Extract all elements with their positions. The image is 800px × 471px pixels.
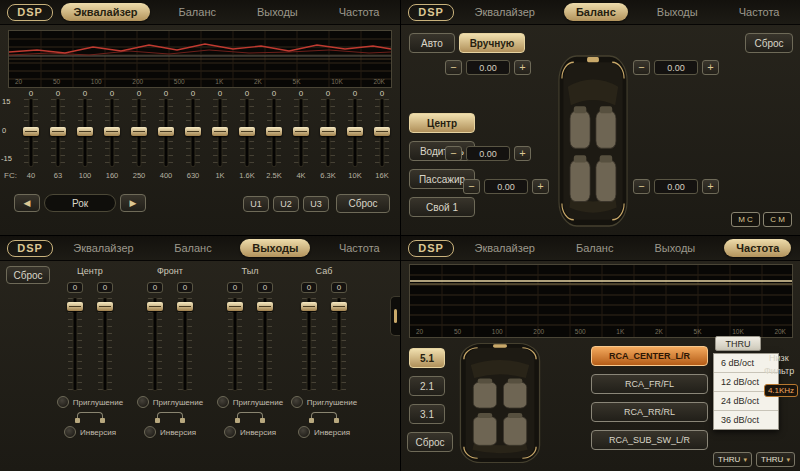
tab-outputs[interactable]: Выходы — [642, 239, 707, 257]
preset-next-button[interactable]: ▶ — [120, 194, 146, 212]
invert-checkbox[interactable] — [144, 426, 156, 438]
mute-checkbox[interactable] — [137, 396, 149, 408]
slider-handle[interactable] — [97, 302, 113, 311]
eq-band-slider[interactable] — [103, 99, 121, 166]
cm-button[interactable]: C M — [763, 212, 792, 227]
eq-reset-button[interactable]: Сброс — [336, 194, 390, 213]
tab-outputs[interactable]: Выходы — [645, 3, 710, 21]
preset-name[interactable]: Рок — [44, 194, 116, 212]
slider-handle[interactable] — [147, 302, 163, 311]
output-slider[interactable] — [300, 298, 318, 390]
link-channels-icon[interactable] — [311, 412, 337, 421]
mute-checkbox[interactable] — [291, 396, 303, 408]
user-preset-3-button[interactable]: U3 — [303, 196, 329, 212]
user-preset-1-button[interactable]: U1 — [243, 196, 269, 212]
user-preset-2-button[interactable]: U2 — [273, 196, 299, 212]
tab-balance[interactable]: Баланс — [167, 3, 228, 21]
eq-band-slider[interactable] — [49, 99, 67, 166]
plus-button[interactable]: + — [532, 179, 549, 194]
tab-outputs[interactable]: Выходы — [240, 239, 310, 257]
mc-button[interactable]: M C — [731, 212, 760, 227]
minus-button[interactable]: − — [445, 146, 462, 161]
position-center-button[interactable]: Центр — [409, 113, 475, 133]
slope-option-36db[interactable]: 36 dB/oct — [714, 411, 778, 429]
mute-checkbox[interactable] — [217, 396, 229, 408]
minus-button[interactable]: − — [633, 60, 650, 75]
tab-frequency[interactable]: Частота — [727, 3, 792, 21]
link-channels-icon[interactable] — [77, 412, 103, 421]
eq-band-slider[interactable] — [130, 99, 148, 166]
eq-band-slider[interactable] — [319, 99, 337, 166]
eq-band-slider[interactable] — [184, 99, 202, 166]
output-slider[interactable] — [226, 298, 244, 390]
eq-band-slider[interactable] — [292, 99, 310, 166]
mode-3-1-button[interactable]: 3.1 — [409, 404, 445, 424]
tab-frequency[interactable]: Частота — [327, 239, 392, 257]
preset-prev-button[interactable]: ◀ — [14, 194, 40, 212]
output-slider[interactable] — [330, 298, 348, 390]
thru-dropdown-right[interactable]: THRU ▾ — [756, 452, 795, 467]
slider-handle[interactable] — [266, 127, 282, 136]
tab-outputs[interactable]: Выходы — [245, 3, 310, 21]
invert-checkbox[interactable] — [298, 426, 310, 438]
slider-handle[interactable] — [331, 302, 347, 311]
eq-band-slider[interactable] — [211, 99, 229, 166]
eq-band-slider[interactable] — [265, 99, 283, 166]
slider-handle[interactable] — [177, 302, 193, 311]
slider-handle[interactable] — [257, 302, 273, 311]
slope-selected-value[interactable]: THRU — [715, 336, 761, 351]
link-channels-icon[interactable] — [157, 412, 183, 421]
slider-handle[interactable] — [227, 302, 243, 311]
slider-handle[interactable] — [212, 127, 228, 136]
plus-button[interactable]: + — [514, 60, 531, 75]
minus-button[interactable]: − — [633, 179, 650, 194]
plus-button[interactable]: + — [702, 60, 719, 75]
slider-handle[interactable] — [67, 302, 83, 311]
slider-handle[interactable] — [347, 127, 363, 136]
output-slider[interactable] — [176, 298, 194, 390]
link-channels-icon[interactable] — [237, 412, 263, 421]
tab-frequency[interactable]: Частота — [327, 3, 392, 21]
channel-rca-front-button[interactable]: RCA_FR/FL — [591, 374, 708, 394]
slider-handle[interactable] — [301, 302, 317, 311]
mute-checkbox[interactable] — [57, 396, 69, 408]
mode-2-1-button[interactable]: 2.1 — [409, 376, 445, 396]
eq-band-slider[interactable] — [346, 99, 364, 166]
output-slider[interactable] — [96, 298, 114, 390]
channel-rca-center-button[interactable]: RCA_CENTER_L/R — [591, 346, 708, 366]
minus-button[interactable]: − — [445, 60, 462, 75]
balance-auto-button[interactable]: Авто — [409, 33, 455, 53]
eq-band-slider[interactable] — [76, 99, 94, 166]
slider-handle[interactable] — [320, 127, 336, 136]
position-custom-button[interactable]: Свой 1 — [409, 197, 475, 217]
tab-equalizer[interactable]: Эквалайзер — [61, 239, 145, 257]
output-slider[interactable] — [66, 298, 84, 390]
eq-band-slider[interactable] — [22, 99, 40, 166]
slider-handle[interactable] — [104, 127, 120, 136]
panel-slide-handle[interactable] — [390, 296, 400, 336]
slider-handle[interactable] — [131, 127, 147, 136]
xover-reset-button[interactable]: Сброс — [407, 432, 453, 452]
slider-handle[interactable] — [50, 127, 66, 136]
filter-frequency-value[interactable]: 4.1KHz — [764, 384, 798, 397]
slider-handle[interactable] — [158, 127, 174, 136]
balance-manual-button[interactable]: Вручную — [459, 33, 525, 53]
plus-button[interactable]: + — [514, 146, 531, 161]
tab-equalizer[interactable]: Эквалайзер — [463, 3, 547, 21]
invert-checkbox[interactable] — [64, 426, 76, 438]
slider-handle[interactable] — [239, 127, 255, 136]
slider-handle[interactable] — [293, 127, 309, 136]
slider-handle[interactable] — [23, 127, 39, 136]
minus-button[interactable]: − — [463, 179, 480, 194]
tab-balance[interactable]: Баланс — [564, 239, 625, 257]
channel-rca-sub-button[interactable]: RCA_SUB_SW_L/R — [591, 430, 708, 450]
tab-equalizer[interactable]: Эквалайзер — [463, 239, 547, 257]
mode-5-1-button[interactable]: 5.1 — [409, 348, 445, 368]
plus-button[interactable]: + — [702, 179, 719, 194]
tab-equalizer[interactable]: Эквалайзер — [61, 3, 149, 21]
output-slider[interactable] — [146, 298, 164, 390]
slider-handle[interactable] — [185, 127, 201, 136]
tab-balance[interactable]: Баланс — [564, 3, 628, 21]
slider-handle[interactable] — [77, 127, 93, 136]
tab-balance[interactable]: Баланс — [162, 239, 223, 257]
